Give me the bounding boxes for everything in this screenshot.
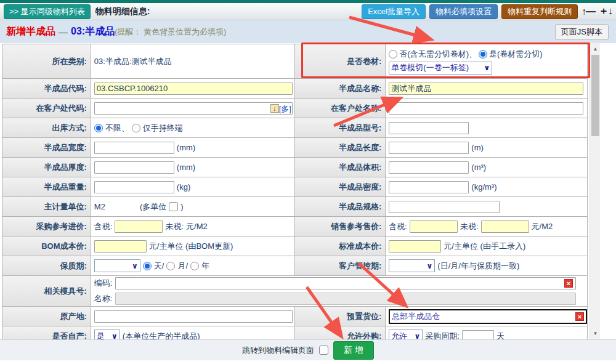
show-sibling-list-button[interactable]: >> 显示同级物料列表 bbox=[4, 4, 91, 19]
excel-import-button[interactable]: Excel批量导入 bbox=[362, 4, 426, 19]
std-cost-cell: 元/主单位 (由手工录入) bbox=[386, 237, 588, 256]
model-input[interactable] bbox=[389, 122, 469, 134]
mold-cell: 编码: × 名称: bbox=[91, 276, 588, 307]
is-roll-label: 是否卷材: bbox=[295, 44, 386, 79]
outbound-handheld-radio[interactable] bbox=[132, 124, 140, 132]
preset-location-wrap: × bbox=[389, 309, 587, 324]
add-semi-product-page: >> 显示同级物料列表 物料明细信息: Excel批量导入 物料必填项设置 物料… bbox=[0, 0, 616, 364]
preset-location-input[interactable] bbox=[389, 309, 587, 324]
customer-code-label: 在客户处代码: bbox=[2, 99, 91, 118]
model-cell bbox=[386, 118, 588, 138]
outbound-handheld-label: 仅手持终端 bbox=[143, 123, 183, 134]
thickness-label: 半成品厚度: bbox=[2, 158, 91, 177]
std-cost-input[interactable] bbox=[389, 240, 441, 253]
spec-input[interactable] bbox=[389, 201, 500, 213]
form-area: 所在类别: 03:半成品:测试半成品 是否卷材: 否(含无需分切卷材)、 是(卷… bbox=[0, 43, 616, 339]
import-icon[interactable]: ↓ bbox=[270, 104, 279, 113]
shelf-life-select[interactable]: ∨ bbox=[94, 259, 140, 272]
chevron-down-icon: ∨ bbox=[415, 332, 421, 340]
table-row: 半成品厚度: (mm) 半成品体积: (m³) bbox=[2, 158, 588, 177]
std-cost-suffix: 元/主单位 (由手工录入) bbox=[444, 241, 525, 252]
cust-control-label: 客户管控期: bbox=[295, 256, 386, 276]
roll-cut-select-value: 单卷模切(一卷一标签) bbox=[391, 62, 469, 73]
mold-code-line: 编码: × bbox=[94, 276, 576, 291]
density-cell: (kg/m³) bbox=[386, 177, 588, 197]
roll-no-radio[interactable] bbox=[389, 50, 397, 59]
spec-cell bbox=[386, 197, 588, 217]
form-table: 所在类别: 03:半成品:测试半成品 是否卷材: 否(含无需分切卷材)、 是(卷… bbox=[2, 44, 588, 339]
customer-name-label: 在客户处名称: bbox=[295, 99, 386, 118]
bom-cost-input[interactable] bbox=[94, 240, 147, 253]
collapse-up-icon[interactable]: ↑— bbox=[582, 6, 595, 17]
shelf-month-label: 月/ bbox=[177, 261, 188, 272]
mold-label: 相关模具号: bbox=[2, 276, 91, 307]
purchase-tax-input[interactable] bbox=[115, 220, 163, 233]
clear-icon[interactable]: × bbox=[564, 279, 573, 288]
purchase-cycle-input[interactable] bbox=[462, 330, 494, 340]
table-row: 半成品重量: (kg) 半成品密度: (kg/m³) bbox=[2, 177, 588, 197]
mold-code-wrap: × bbox=[115, 277, 576, 289]
purchase-cycle-unit: 天 bbox=[496, 331, 505, 340]
table-row: 所在类别: 03:半成品:测试半成品 是否卷材: 否(含无需分切卷材)、 是(卷… bbox=[2, 44, 588, 79]
density-label: 半成品密度: bbox=[295, 177, 386, 197]
clear-icon[interactable]: × bbox=[575, 312, 584, 321]
shelf-life-label: 保质期: bbox=[2, 256, 91, 276]
add-button[interactable]: 新 增 bbox=[333, 341, 374, 360]
mold-code-label: 编码: bbox=[94, 278, 113, 289]
name-input[interactable] bbox=[389, 83, 583, 95]
table-row: 是否自产: 是 ∨ (本单位生产的半成品) 允许外购: 允许 ∨ 采购周期: bbox=[2, 326, 588, 339]
multi-unit-checkbox[interactable] bbox=[169, 202, 178, 211]
scrollbar-thumb[interactable] bbox=[591, 55, 599, 136]
shelf-year-radio[interactable] bbox=[190, 262, 199, 270]
sale-notax-input[interactable] bbox=[481, 220, 529, 233]
sale-tax-input[interactable] bbox=[410, 220, 458, 233]
cust-control-select[interactable]: ∨ bbox=[389, 259, 435, 272]
outsource-select[interactable]: 允许 ∨ bbox=[389, 330, 423, 339]
name-cell bbox=[386, 79, 588, 99]
required-fields-settings-button[interactable]: 物料必填项设置 bbox=[429, 4, 498, 19]
sale-notax-label: 未税: bbox=[460, 221, 479, 232]
table-row: 半成品代码: 半成品名称: bbox=[2, 79, 588, 99]
mold-code-input[interactable] bbox=[115, 277, 576, 289]
table-row: 采购参考进价: 含税: 未税: 元/M2 销售参考售价: 含税: 未税: 元/M… bbox=[2, 217, 588, 237]
length-input[interactable] bbox=[389, 142, 469, 154]
shelf-month-radio[interactable] bbox=[166, 262, 175, 270]
scroll-up-icon[interactable]: ▲ bbox=[590, 44, 601, 54]
thickness-input[interactable] bbox=[94, 161, 174, 174]
mold-name-input bbox=[115, 293, 576, 305]
outsource-select-value: 允许 bbox=[391, 331, 407, 340]
page-title: 新增半成品 bbox=[6, 25, 55, 38]
bom-cost-suffix: 元/主单位 (由BOM更新) bbox=[149, 241, 233, 252]
volume-input[interactable] bbox=[389, 161, 469, 174]
origin-input[interactable] bbox=[94, 310, 293, 323]
roll-yes-radio[interactable] bbox=[479, 50, 487, 59]
vertical-scrollbar[interactable]: ▲ ▼ bbox=[590, 43, 600, 339]
width-label: 半成品宽度: bbox=[2, 138, 91, 158]
table-row: 相关模具号: 编码: × 名称: bbox=[2, 276, 588, 307]
self-made-select[interactable]: 是 ∨ bbox=[94, 330, 120, 339]
jump-to-edit-checkbox[interactable] bbox=[319, 346, 328, 355]
purchase-price-unit: 元/M2 bbox=[186, 221, 208, 232]
weight-input[interactable] bbox=[94, 181, 174, 193]
page-js-script-button[interactable]: 页面JS脚本 bbox=[555, 24, 609, 40]
multi-link[interactable]: [多] bbox=[279, 103, 291, 115]
customer-code-input[interactable] bbox=[94, 102, 293, 115]
width-input[interactable] bbox=[94, 142, 174, 154]
outbound-unlimited-radio[interactable] bbox=[94, 124, 103, 132]
duplicate-rule-button[interactable]: 物料重复判断规则 bbox=[501, 4, 578, 19]
material-detail-label: 物料明细信息: bbox=[95, 6, 150, 17]
customer-name-input[interactable] bbox=[389, 102, 583, 115]
roll-cut-select[interactable]: 单卷模切(一卷一标签) ∨ bbox=[389, 62, 492, 75]
purchase-notax-label: 未税: bbox=[165, 221, 184, 232]
density-input[interactable] bbox=[389, 181, 469, 193]
table-row: 主计量单位: M2 (多单位 ) 半成品规格: bbox=[2, 197, 588, 217]
expand-down-icon[interactable]: ＋↓ bbox=[599, 5, 612, 18]
scroll-down-icon[interactable]: ▼ bbox=[590, 329, 601, 338]
chevron-down-icon: ∨ bbox=[132, 262, 138, 270]
shelf-day-radio[interactable] bbox=[143, 262, 152, 270]
purchase-cycle-label: 采购周期: bbox=[425, 331, 460, 340]
width-cell: (mm) bbox=[91, 138, 295, 158]
self-made-suffix: (本单位生产的半成品) bbox=[123, 331, 200, 340]
table-row: 原产地: 预置货位: × bbox=[2, 307, 588, 326]
code-input[interactable] bbox=[94, 83, 293, 95]
